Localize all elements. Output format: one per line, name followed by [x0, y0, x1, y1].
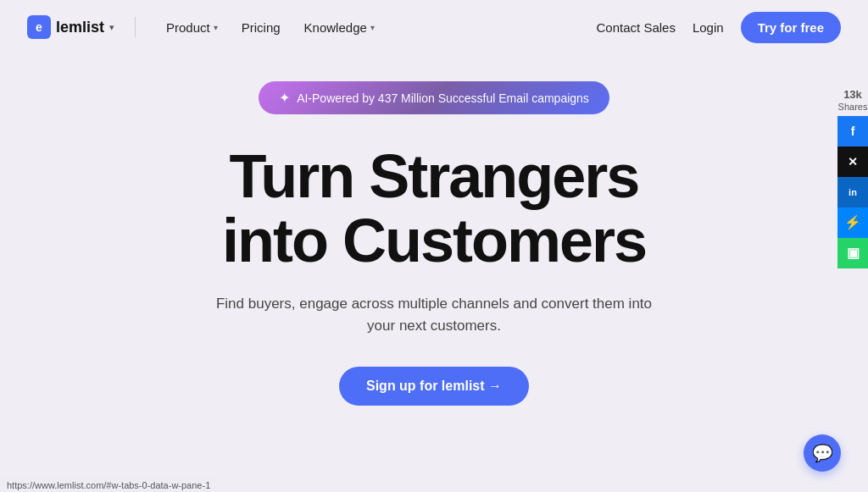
- nav-left: e lemlist ▾ Product ▾ Pricing Knowledge …: [27, 15, 385, 40]
- nav-link-product-label: Product: [166, 20, 210, 35]
- share-number: 13k: [838, 88, 868, 102]
- nav-link-pricing-label: Pricing: [242, 20, 281, 35]
- signup-button[interactable]: Sign up for lemlist →: [339, 367, 529, 406]
- social-share-sidebar: 13k Shares f ✕ in ⚡ ▣: [837, 88, 868, 268]
- navbar: e lemlist ▾ Product ▾ Pricing Knowledge …: [0, 0, 868, 54]
- product-chevron-icon: ▾: [214, 23, 218, 32]
- share-label: Shares: [838, 102, 868, 112]
- messenger-share-button[interactable]: ⚡: [837, 207, 868, 238]
- main-content: ✦ AI-Powered by 437 Million Successful E…: [0, 54, 868, 406]
- share-count: 13k Shares: [838, 88, 868, 113]
- logo-text: lemlist: [56, 19, 104, 36]
- star-icon: ✦: [279, 90, 290, 106]
- nav-right: Contact Sales Login Try for free: [597, 12, 841, 43]
- logo-chevron-icon: ▾: [109, 22, 114, 33]
- nav-link-pricing[interactable]: Pricing: [231, 15, 291, 40]
- status-bar-url: https://www.lemlist.com/#w-tabs-0-data-w…: [0, 478, 217, 492]
- linkedin-share-button[interactable]: in: [837, 177, 868, 207]
- nav-contact-sales[interactable]: Contact Sales: [597, 20, 676, 35]
- nav-divider: [135, 17, 136, 37]
- hero-heading-line1: Turn Strangers: [230, 142, 639, 210]
- ai-badge-text: AI-Powered by 437 Million Successful Ema…: [297, 91, 589, 105]
- hero-subtitle: Find buyers, engage across multiple chan…: [214, 293, 654, 336]
- nav-link-knowledge[interactable]: Knowledge ▾: [294, 15, 385, 40]
- whatsapp-share-button[interactable]: ▣: [837, 238, 868, 268]
- logo[interactable]: e lemlist ▾: [27, 15, 114, 39]
- chat-bubble-button[interactable]: 💬: [804, 434, 841, 472]
- nav-login[interactable]: Login: [693, 20, 724, 35]
- nav-link-product[interactable]: Product ▾: [156, 15, 228, 40]
- nav-link-knowledge-label: Knowledge: [304, 20, 367, 35]
- nav-links: Product ▾ Pricing Knowledge ▾: [156, 15, 385, 40]
- ai-badge[interactable]: ✦ AI-Powered by 437 Million Successful E…: [259, 81, 609, 114]
- try-for-free-button[interactable]: Try for free: [741, 12, 841, 43]
- hero-heading-line2: into Customers: [222, 207, 646, 274]
- logo-icon: e: [27, 15, 51, 39]
- chat-icon: 💬: [812, 443, 833, 463]
- facebook-share-button[interactable]: f: [837, 116, 868, 146]
- logo-letter: e: [36, 20, 42, 34]
- hero-heading: Turn Strangers into Customers: [222, 145, 646, 273]
- knowledge-chevron-icon: ▾: [370, 23, 375, 32]
- twitter-share-button[interactable]: ✕: [837, 146, 868, 177]
